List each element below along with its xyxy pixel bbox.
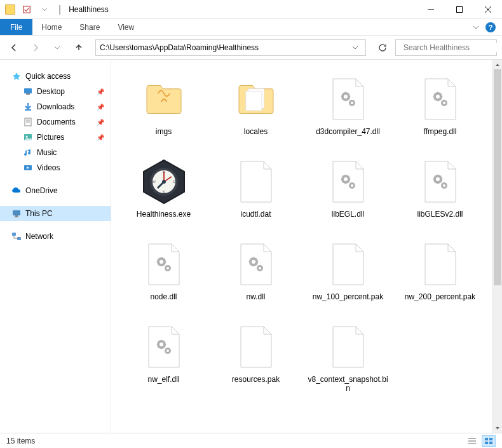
sidebar-item-downloads[interactable]: Downloads📌 xyxy=(0,99,111,114)
network-item[interactable]: Network xyxy=(0,229,111,244)
large-icons-view-button[interactable] xyxy=(482,435,496,447)
refresh-button[interactable] xyxy=(374,39,391,57)
status-bar: 15 items xyxy=(0,433,502,448)
search-box[interactable] xyxy=(395,39,497,56)
vertical-scrollbar[interactable] xyxy=(492,60,502,433)
sidebar-item-label: Videos xyxy=(37,163,60,172)
share-tab[interactable]: Share xyxy=(71,19,109,35)
desktop-icon xyxy=(23,86,33,97)
file-item[interactable]: libGLESv2.dll xyxy=(394,151,486,234)
file-icon xyxy=(231,239,282,290)
file-name-label: resources.pak xyxy=(232,375,280,384)
file-name-label: nw_100_percent.pak xyxy=(313,292,383,301)
file-item[interactable]: ffmpeg.dll xyxy=(394,69,486,151)
file-name-label: Healthiness.exe xyxy=(137,210,191,219)
file-icon xyxy=(139,322,189,372)
svg-rect-18 xyxy=(14,217,19,217)
pin-icon: 📌 xyxy=(97,104,104,111)
help-button[interactable]: ? xyxy=(485,22,496,32)
videos-icon xyxy=(23,163,33,173)
up-button[interactable] xyxy=(70,39,88,57)
svg-point-59 xyxy=(159,343,163,346)
address-input[interactable] xyxy=(100,40,349,55)
file-item[interactable]: d3dcompiler_47.dll xyxy=(302,69,394,151)
scroll-up-button[interactable] xyxy=(493,60,502,69)
file-icon xyxy=(139,74,189,125)
svg-rect-0 xyxy=(24,6,31,13)
svg-rect-8 xyxy=(26,93,30,95)
file-item[interactable]: icudtl.dat xyxy=(210,151,302,234)
ribbon-expand-icon[interactable] xyxy=(473,22,479,33)
onedrive-icon xyxy=(11,186,22,196)
file-item[interactable]: locales xyxy=(210,69,302,151)
music-icon xyxy=(23,147,33,158)
address-bar[interactable] xyxy=(95,39,366,56)
sidebar-item-documents[interactable]: Documents📌 xyxy=(0,114,111,130)
file-item[interactable]: resources.pak xyxy=(210,316,302,399)
svg-rect-19 xyxy=(12,233,16,236)
home-tab[interactable]: Home xyxy=(32,19,71,35)
file-name-label: nw.dll xyxy=(246,292,265,301)
recent-dropdown[interactable] xyxy=(48,39,66,57)
minimize-button[interactable] xyxy=(416,0,445,19)
file-name-label: icudtl.dat xyxy=(240,210,271,219)
file-item[interactable]: libEGL.dll xyxy=(302,151,394,234)
file-icon xyxy=(139,239,189,290)
svg-text:S: S xyxy=(162,190,165,194)
sidebar-item-music[interactable]: Music xyxy=(0,145,111,160)
file-item[interactable]: nw_200_percent.pak xyxy=(394,234,486,316)
qat-dropdown[interactable] xyxy=(38,3,51,16)
scroll-thumb[interactable] xyxy=(494,69,501,285)
scroll-down-button[interactable] xyxy=(493,423,502,433)
file-list[interactable]: imgslocalesd3dcompiler_47.dllffmpeg.dllN… xyxy=(111,60,502,433)
file-item[interactable]: imgs xyxy=(118,69,210,151)
svg-rect-16 xyxy=(13,210,20,215)
window-title: Healthiness xyxy=(69,5,109,14)
svg-point-47 xyxy=(436,177,440,181)
details-view-button[interactable] xyxy=(465,435,479,447)
file-item[interactable]: v8_context_snapshot.bin xyxy=(302,316,394,399)
search-input[interactable] xyxy=(404,43,499,52)
file-item[interactable]: nw_elf.dll xyxy=(118,316,210,399)
file-item[interactable]: node.dll xyxy=(118,234,210,316)
svg-point-33 xyxy=(443,102,445,104)
sidebar-item-videos[interactable]: Videos xyxy=(0,160,111,175)
sidebar-item-label: Downloads xyxy=(37,102,74,111)
svg-rect-2 xyxy=(456,6,462,12)
svg-point-61 xyxy=(166,350,169,352)
back-button[interactable] xyxy=(5,39,23,57)
sidebar-item-desktop[interactable]: Desktop📌 xyxy=(0,84,111,99)
file-name-label: v8_context_snapshot.bin xyxy=(307,375,390,393)
maximize-button[interactable] xyxy=(445,0,473,19)
svg-text:N: N xyxy=(162,170,165,173)
onedrive-item[interactable]: OneDrive xyxy=(0,183,111,198)
file-tab[interactable]: File xyxy=(0,19,32,35)
file-item[interactable]: nw_100_percent.pak xyxy=(302,234,394,316)
svg-point-43 xyxy=(344,177,348,181)
this-pc-item[interactable]: This PC xyxy=(0,206,111,221)
file-name-label: nw_200_percent.pak xyxy=(405,292,475,301)
file-icon xyxy=(415,74,466,125)
file-item[interactable]: nw.dll xyxy=(210,234,302,316)
address-dropdown-icon[interactable] xyxy=(349,44,362,51)
file-icon: NSEW xyxy=(139,156,189,207)
pictures-icon xyxy=(23,132,33,142)
quick-access-label: Quick access xyxy=(25,72,71,81)
star-icon xyxy=(11,71,22,81)
file-item[interactable]: NSEWHealthiness.exe xyxy=(118,151,210,234)
file-icon xyxy=(231,156,282,207)
svg-point-55 xyxy=(252,260,255,264)
sidebar-item-pictures[interactable]: Pictures📌 xyxy=(0,130,111,145)
view-tab[interactable]: View xyxy=(109,19,143,35)
network-icon xyxy=(11,231,22,241)
svg-rect-17 xyxy=(15,215,18,217)
quick-access-group[interactable]: Quick access xyxy=(0,69,111,84)
sidebar-item-label: Documents xyxy=(37,118,76,126)
qat-properties[interactable] xyxy=(20,3,33,16)
svg-point-29 xyxy=(351,102,353,104)
forward-button[interactable] xyxy=(27,39,44,57)
close-button[interactable] xyxy=(473,0,502,19)
svg-point-51 xyxy=(159,260,163,264)
title-separator: | xyxy=(58,4,61,15)
svg-point-45 xyxy=(351,184,353,187)
